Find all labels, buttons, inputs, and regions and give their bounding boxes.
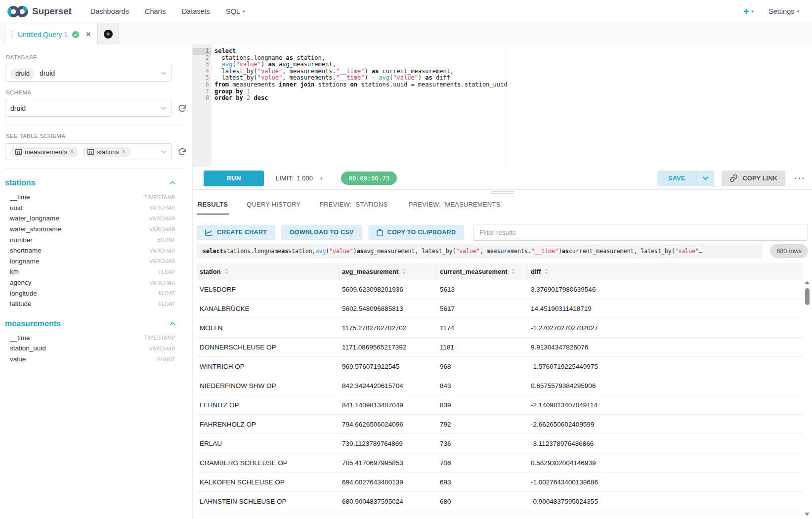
table-cell: -1.2702702702702027 bbox=[528, 324, 803, 332]
nav-items: DashboardsChartsDatasetsSQL▾ bbox=[90, 7, 245, 15]
table-cell: 969.576071922545 bbox=[339, 363, 437, 370]
divider bbox=[5, 168, 187, 169]
refresh-schema-icon[interactable] bbox=[176, 104, 187, 113]
chevron-up-icon[interactable] bbox=[170, 181, 175, 185]
results-actions: CREATE CHART DOWNLOAD TO CSV COPY TO CLI… bbox=[197, 224, 808, 241]
table-schema-select[interactable]: measurements×stations× bbox=[5, 143, 172, 160]
table-cell: 0.6575579384295906 bbox=[528, 382, 803, 389]
table-row[interactable]: FAHRENHOLZ OP794.6626506024096792-2.6626… bbox=[197, 415, 803, 434]
refresh-tables-icon[interactable] bbox=[176, 147, 187, 157]
close-tab-icon[interactable]: ✕ bbox=[85, 31, 91, 38]
code-token: 1 bbox=[247, 88, 250, 95]
save-split-button[interactable]: SAVE bbox=[657, 171, 714, 186]
code-token: ) - bbox=[364, 74, 379, 81]
gutter-line-number: 3 bbox=[193, 61, 212, 68]
schema-select[interactable]: druid bbox=[5, 100, 172, 117]
column-type: FLOAT bbox=[158, 269, 175, 275]
settings-menu[interactable]: Settings ▾ bbox=[769, 7, 799, 15]
superset-logo[interactable]: Superset bbox=[7, 5, 72, 18]
column-header-label: station bbox=[200, 268, 221, 275]
results-tab-preview-measurements[interactable]: PREVIEW: `MEASUREMENTS` bbox=[408, 194, 504, 215]
table-cell: 5617 bbox=[437, 305, 528, 312]
table-column-row: __timeTIMESTAMP bbox=[5, 333, 187, 344]
table-cell: WINTRICH OP bbox=[197, 363, 339, 370]
table-tag-label: measurements bbox=[25, 148, 67, 156]
sort-icon[interactable] bbox=[224, 268, 229, 275]
database-select[interactable]: druid druid bbox=[5, 65, 172, 82]
download-csv-button[interactable]: DOWNLOAD TO CSV bbox=[281, 225, 362, 240]
code-token: on bbox=[350, 81, 357, 88]
executed-query-row: select stations.longname as station, avg… bbox=[197, 244, 808, 259]
scroll-down-icon[interactable] bbox=[805, 513, 810, 516]
table-row[interactable]: MÖLLN1175.27027027027021174-1.2702702702… bbox=[197, 318, 803, 338]
limit-dropdown[interactable]: LIMIT: 1 000 ▾ bbox=[276, 174, 322, 182]
scroll-up-icon[interactable] bbox=[805, 281, 810, 284]
plus-icon: + bbox=[743, 6, 749, 16]
table-row[interactable]: NIEDERFINOW SHW OP842.34244206157048430.… bbox=[197, 376, 803, 395]
nav-item-sql[interactable]: SQL▾ bbox=[226, 7, 245, 15]
remove-table-icon[interactable]: × bbox=[122, 148, 126, 155]
sql-lab-sidebar: DATABASE druid druid SCHEMA druid SEE TA… bbox=[0, 44, 193, 519]
results-tab-query-history[interactable]: QUERY HISTORY bbox=[246, 194, 301, 215]
column-type: VARCHAR bbox=[149, 205, 175, 211]
results-scrollbar[interactable] bbox=[804, 281, 810, 516]
column-header-current_measurement[interactable]: current_measurement bbox=[437, 263, 528, 280]
code-token: station, bbox=[293, 54, 325, 61]
query-tab-active[interactable]: Untitled Query 1 ✕ bbox=[4, 24, 98, 45]
nav-item-charts[interactable]: Charts bbox=[145, 7, 166, 15]
table-row[interactable]: KANALBRÜCKE5602.548096885813561714.45190… bbox=[197, 299, 803, 318]
copy-to-clipboard-button[interactable]: COPY TO CLIPBOARD bbox=[368, 225, 465, 240]
schema-table-header[interactable]: stations bbox=[5, 178, 186, 187]
table-row[interactable]: ERLAU739.1123789764869736-3.112378976486… bbox=[197, 434, 803, 453]
copy-link-button[interactable]: COPY LINK bbox=[722, 171, 785, 186]
nav-item-dashboards[interactable]: Dashboards bbox=[90, 7, 129, 15]
results-table-header: stationavg_measurementcurrent_measuremen… bbox=[197, 263, 803, 280]
schema-table-header[interactable]: measurements bbox=[5, 319, 186, 328]
row-count-badge: 680 rows bbox=[770, 244, 808, 258]
remove-table-icon[interactable]: × bbox=[70, 148, 74, 155]
table-cell: DONNERSCHLEUSE OP bbox=[197, 344, 339, 351]
table-row[interactable]: CRAMBERG SCHLEUSE OP705.4170697995853706… bbox=[197, 453, 803, 473]
editor-code[interactable]: select stations.longname as station, avg… bbox=[212, 44, 812, 167]
table-cell: 794.6626506024096 bbox=[339, 421, 437, 428]
table-row[interactable]: DONNERSCHLEUSE OP1171.086956521739211819… bbox=[197, 338, 803, 357]
column-header-station[interactable]: station bbox=[197, 263, 339, 280]
more-options-button[interactable]: ··· bbox=[793, 174, 807, 182]
save-options-caret[interactable] bbox=[696, 171, 714, 186]
query-tabbar: Untitled Query 1 ✕ + bbox=[0, 23, 812, 45]
table-column-row: uuidVARCHAR bbox=[5, 203, 187, 214]
table-row[interactable]: LAHNSTEIN SCHLEUSE OP680.900483759502468… bbox=[197, 492, 803, 511]
column-header-diff[interactable]: diff bbox=[528, 263, 803, 280]
clipboard-icon bbox=[377, 229, 383, 236]
code-token: stations.longname bbox=[223, 248, 282, 255]
table-row[interactable]: VELSDORF5609.62309820193656133.376901798… bbox=[197, 280, 803, 299]
chevron-up-icon[interactable] bbox=[170, 322, 175, 326]
table-row[interactable]: LEHNITZ OP841.1409813407049839-2.1409813… bbox=[197, 395, 803, 415]
save-button[interactable]: SAVE bbox=[657, 171, 696, 186]
column-type: BIGINT bbox=[157, 237, 175, 243]
create-chart-button[interactable]: CREATE CHART bbox=[197, 225, 275, 240]
results-tab-preview-stations[interactable]: PREVIEW: `STATIONS` bbox=[318, 194, 390, 215]
panel-splitter-handle[interactable] bbox=[491, 191, 514, 194]
run-button[interactable]: RUN bbox=[204, 171, 264, 186]
code-token: latest_by( bbox=[214, 68, 257, 75]
new-item-menu[interactable]: + ▾ bbox=[743, 6, 754, 16]
sort-icon[interactable] bbox=[402, 268, 406, 275]
table-cell: ERLAU bbox=[197, 440, 339, 447]
add-tab-button[interactable]: + bbox=[98, 23, 119, 45]
filter-results-input[interactable] bbox=[473, 224, 808, 241]
table-cell: VELSDORF bbox=[197, 286, 339, 293]
sort-icon[interactable] bbox=[511, 268, 515, 275]
nav-item-datasets[interactable]: Datasets bbox=[182, 7, 210, 15]
table-row[interactable]: WINTRICH OP969.576071922545968-1.5760719… bbox=[197, 357, 803, 376]
sql-editor[interactable]: 12345678 select stations.longname as sta… bbox=[193, 44, 812, 167]
drag-handle-icon[interactable] bbox=[11, 31, 13, 39]
gutter-line-number: 2 bbox=[193, 55, 212, 62]
scrollbar-thumb[interactable] bbox=[805, 288, 810, 305]
navbar-right: + ▾ Settings ▾ bbox=[743, 6, 799, 16]
sort-icon[interactable] bbox=[544, 268, 549, 275]
column-header-avg_measurement[interactable]: avg_measurement bbox=[339, 263, 437, 280]
executed-query-preview[interactable]: select stations.longname as station, avg… bbox=[197, 244, 763, 259]
results-tab-results[interactable]: RESULTS bbox=[197, 194, 229, 215]
table-row[interactable]: KALKOFEN SCHLEUSE OP694.0027643400139693… bbox=[197, 473, 803, 492]
